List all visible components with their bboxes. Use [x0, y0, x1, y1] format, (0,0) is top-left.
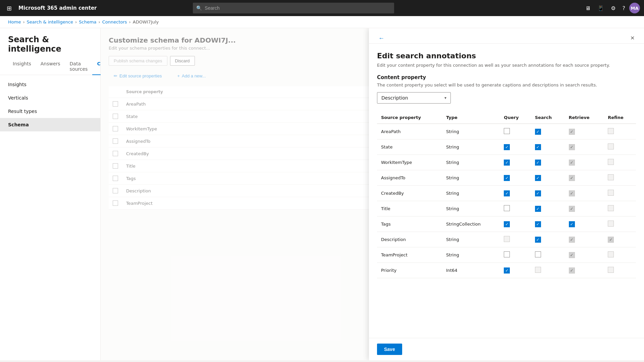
ann-property: Tags [377, 217, 442, 232]
row-checkbox[interactable] [113, 101, 118, 107]
panel-footer: Save [369, 338, 644, 360]
search-checkbox[interactable] [535, 221, 541, 227]
left-nav: Search & intelligence Insights Answers D… [0, 28, 101, 360]
refine-checkbox[interactable] [608, 190, 614, 196]
search-checkbox[interactable] [535, 129, 541, 135]
search-checkbox[interactable] [535, 251, 541, 257]
desktop-icon[interactable]: 🖥 [583, 2, 593, 14]
ann-query-cell [500, 263, 531, 278]
tab-answers[interactable]: Answers [36, 58, 65, 75]
help-icon[interactable]: ? [620, 2, 628, 14]
retrieve-checkbox[interactable] [569, 190, 575, 196]
row-checkbox[interactable] [113, 188, 118, 193]
retrieve-checkbox[interactable] [569, 267, 575, 274]
retrieve-checkbox[interactable] [569, 175, 575, 181]
row-checkbox-cell[interactable] [109, 135, 122, 147]
edit-source-button[interactable]: ✏ Edit source properties [109, 71, 167, 81]
refine-checkbox[interactable] [608, 143, 614, 149]
search-input[interactable] [205, 5, 391, 11]
annotation-row: Priority Int64 [377, 263, 636, 278]
waffle-menu-icon[interactable]: ⊞ [4, 2, 14, 14]
row-checkbox[interactable] [113, 126, 118, 131]
query-checkbox[interactable] [504, 251, 510, 257]
panel-close-button[interactable]: ✕ [629, 34, 636, 43]
query-checkbox[interactable] [504, 267, 510, 274]
query-checkbox[interactable] [504, 221, 510, 227]
avatar[interactable]: MA [629, 3, 640, 13]
ann-type: String [442, 139, 500, 155]
refine-checkbox[interactable] [608, 174, 614, 180]
row-checkbox[interactable] [113, 163, 118, 169]
breadcrumb-schema[interactable]: Schema [79, 19, 96, 24]
settings-icon[interactable]: ⚙ [608, 2, 618, 14]
ann-query-cell [500, 247, 531, 263]
row-checkbox-cell[interactable] [109, 147, 122, 160]
row-checkbox-cell[interactable] [109, 172, 122, 185]
ann-refine-cell [604, 124, 636, 139]
search-checkbox[interactable] [535, 144, 541, 150]
breadcrumb-connectors[interactable]: Connectors [102, 19, 127, 24]
row-checkbox[interactable] [113, 176, 118, 181]
query-checkbox[interactable] [504, 236, 510, 242]
refine-checkbox[interactable] [608, 128, 614, 134]
annotation-row: TeamProject String [377, 247, 636, 263]
refine-checkbox[interactable] [608, 251, 614, 257]
mobile-icon[interactable]: 📱 [595, 2, 607, 14]
ann-query-cell [500, 170, 531, 186]
retrieve-checkbox[interactable] [569, 160, 575, 166]
row-checkbox-cell[interactable] [109, 98, 122, 110]
breadcrumb-home[interactable]: Home [8, 19, 21, 24]
row-checkbox-cell[interactable] [109, 110, 122, 123]
retrieve-checkbox[interactable] [569, 252, 575, 258]
row-checkbox-cell[interactable] [109, 197, 122, 209]
query-checkbox[interactable] [504, 160, 510, 166]
sidebar-item-schema[interactable]: Schema [0, 118, 100, 131]
discard-button[interactable]: Discard [170, 56, 195, 66]
refine-checkbox[interactable] [608, 205, 614, 211]
breadcrumb-search-intelligence[interactable]: Search & intelligence [27, 19, 73, 24]
refine-checkbox[interactable] [608, 267, 614, 273]
retrieve-checkbox[interactable] [569, 221, 575, 227]
search-checkbox[interactable] [535, 237, 541, 243]
retrieve-checkbox[interactable] [569, 144, 575, 150]
ann-property: AssignedTo [377, 170, 442, 186]
row-checkbox-cell[interactable] [109, 123, 122, 135]
search-bar[interactable]: 🔍 [193, 3, 394, 13]
sidebar-item-result-types[interactable]: Result types [0, 105, 100, 118]
refine-checkbox[interactable] [608, 159, 614, 165]
search-checkbox[interactable] [535, 206, 541, 212]
annotation-row: State String [377, 139, 636, 155]
query-checkbox[interactable] [504, 144, 510, 150]
panel-back-button[interactable]: ← [377, 34, 386, 43]
publish-button[interactable]: Publish schema changes [109, 56, 167, 66]
row-checkbox-cell[interactable] [109, 160, 122, 172]
search-checkbox[interactable] [535, 160, 541, 166]
search-checkbox[interactable] [535, 175, 541, 181]
tab-insights[interactable]: Insights [8, 58, 36, 75]
ann-retrieve-cell [565, 186, 604, 201]
query-checkbox[interactable] [504, 205, 510, 211]
search-checkbox[interactable] [535, 190, 541, 196]
retrieve-checkbox[interactable] [569, 237, 575, 243]
row-checkbox[interactable] [113, 114, 118, 119]
ann-property: Priority [377, 263, 442, 278]
refine-checkbox[interactable] [608, 237, 614, 243]
content-property-dropdown[interactable]: Description ▾ [377, 92, 451, 104]
sidebar-item-verticals[interactable]: Verticals [0, 91, 100, 105]
add-new-button[interactable]: + Add a new... [172, 71, 211, 81]
row-checkbox-cell[interactable] [109, 185, 122, 197]
search-checkbox[interactable] [535, 267, 541, 273]
query-checkbox[interactable] [504, 190, 510, 196]
query-checkbox[interactable] [504, 175, 510, 181]
retrieve-checkbox[interactable] [569, 129, 575, 135]
save-button[interactable]: Save [377, 344, 402, 355]
row-checkbox[interactable] [113, 138, 118, 144]
query-checkbox[interactable] [504, 128, 510, 134]
row-checkbox[interactable] [113, 151, 118, 156]
sidebar-item-insights[interactable]: Insights [0, 78, 100, 91]
refine-checkbox[interactable] [608, 221, 614, 227]
retrieve-checkbox[interactable] [569, 206, 575, 212]
row-checkbox[interactable] [113, 200, 118, 206]
annotation-row: Tags StringCollection [377, 217, 636, 232]
tab-data-sources[interactable]: Data sources [65, 58, 93, 75]
